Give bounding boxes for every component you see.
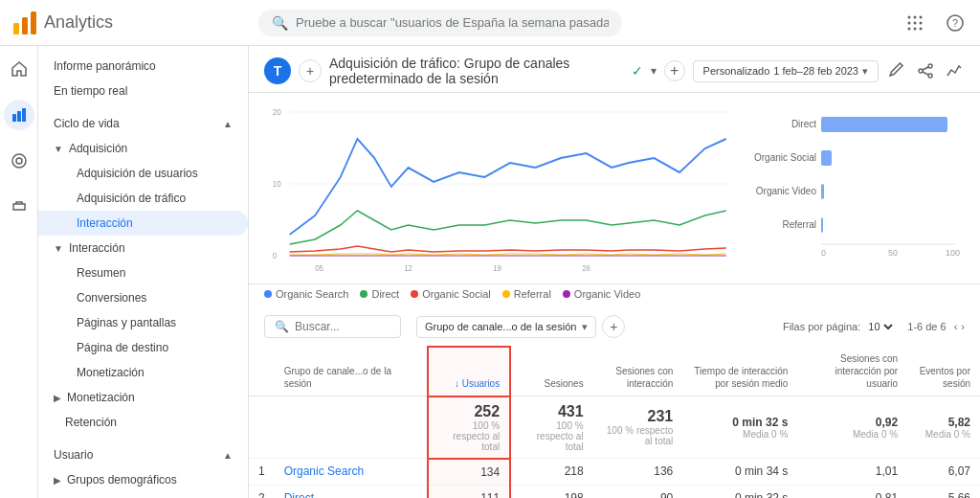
- sidebar-item-adquisicion-usuarios[interactable]: Adquisición de tráfico: [38, 186, 248, 211]
- col-header-sessions[interactable]: Sesiones: [510, 347, 592, 396]
- row-channel[interactable]: Direct: [275, 485, 428, 498]
- content: T + Adquisición de tráfico: Grupo de can…: [249, 46, 980, 498]
- totals-time-interaction: 0 min 32 s Media 0 %: [682, 396, 797, 459]
- nav-home-icon[interactable]: [4, 54, 34, 84]
- totals-sessions: 431 100 % respecto al total: [510, 396, 592, 459]
- svg-text:Referral: Referral: [782, 219, 816, 230]
- expand-icon: ▲: [223, 119, 233, 129]
- legend-item-organic-search[interactable]: Organic Search: [264, 288, 348, 300]
- search-input[interactable]: [296, 15, 609, 30]
- table-search-input[interactable]: [295, 320, 390, 333]
- totals-channel: [275, 396, 428, 459]
- channel-selector-label: Grupo de canale...o de la sesión: [425, 321, 576, 332]
- col-header-users[interactable]: ↓ Usuarios: [428, 347, 510, 396]
- help-icon[interactable]: ?: [942, 10, 969, 36]
- col-header-sessions-interaction[interactable]: Sesiones con interacción: [593, 347, 683, 396]
- sidebar-item-tecnologia[interactable]: Tecnología: [38, 492, 248, 498]
- search-container: 🔍: [258, 10, 622, 36]
- svg-rect-41: [821, 184, 824, 199]
- sidebar-item-paginas-pantallas[interactable]: Página de destino: [38, 335, 248, 360]
- apps-icon[interactable]: [902, 10, 928, 36]
- row-sessions-user: 1,01: [797, 459, 907, 486]
- svg-point-5: [919, 15, 922, 18]
- legend-item-referral[interactable]: Referral: [502, 288, 551, 300]
- svg-text:0: 0: [821, 248, 826, 258]
- app-title: Analytics: [44, 12, 113, 33]
- sidebar-item-label: Adquisición de usuarios: [77, 167, 198, 180]
- date-range-btn[interactable]: Personalizado 1 feb–28 feb 2023 ▾: [693, 60, 879, 82]
- sidebar-group-interaccion[interactable]: ▼ Interacción: [38, 236, 248, 260]
- rows-per-page-select[interactable]: 10 25 50: [864, 320, 896, 333]
- topbar: Analytics 🔍 ?: [0, 0, 980, 46]
- sidebar-item-resumen2[interactable]: Resumen: [38, 260, 248, 285]
- svg-point-21: [928, 74, 932, 78]
- left-icon-bar: [0, 46, 38, 498]
- svg-text:Direct: Direct: [791, 119, 816, 129]
- sidebar-item-pagina-destino[interactable]: Monetización: [38, 360, 248, 385]
- totals-sessions-interaction: 231 100 % respecto al total: [593, 396, 683, 459]
- nav-reports-icon[interactable]: [4, 100, 34, 130]
- dropdown-arrow-icon[interactable]: ▾: [651, 64, 657, 78]
- svg-text:20: 20: [273, 107, 281, 118]
- legend-dot-direct: [360, 290, 368, 298]
- next-page-icon[interactable]: ›: [961, 321, 965, 332]
- search-box[interactable]: 🔍: [258, 10, 622, 36]
- add-dimension-btn[interactable]: +: [602, 315, 625, 338]
- rows-per-page-label: Filas por página:: [783, 321, 860, 332]
- header-actions: ✓ ▾ + Personalizado 1 feb–28 feb 2023 ▾: [632, 60, 965, 82]
- svg-text:Organic Social: Organic Social: [754, 152, 816, 163]
- sidebar-group-ciclo-vida[interactable]: Ciclo de vida ▲: [38, 111, 248, 136]
- legend-item-organic-video[interactable]: Organic Video: [563, 288, 641, 300]
- sidebar-item-adquisicion-trafico[interactable]: Interacción: [38, 211, 248, 236]
- sidebar-item-resumen[interactable]: Adquisición de usuarios: [38, 161, 248, 186]
- table-search[interactable]: 🔍: [264, 315, 401, 338]
- svg-text:?: ?: [952, 17, 958, 29]
- col-header-events-session[interactable]: Eventos por sesión: [907, 347, 980, 396]
- sidebar-group-adquisicion[interactable]: ▼ Adquisición: [38, 136, 248, 161]
- nav-explore-icon[interactable]: [4, 146, 34, 176]
- legend-dot-organic-social: [411, 290, 418, 298]
- svg-rect-16: [22, 108, 26, 122]
- col-header-channel[interactable]: Grupo de canale...o de la sesión: [275, 347, 428, 396]
- prev-page-icon[interactable]: ‹: [954, 321, 958, 332]
- col-header-time-interaction[interactable]: Tiempo de interacción por sesión medio: [682, 347, 797, 396]
- sidebar-group-label: Usuario: [54, 448, 93, 462]
- share-icon[interactable]: [915, 60, 936, 81]
- edit-icon[interactable]: [886, 60, 907, 81]
- sidebar-group-demograficos[interactable]: ▶ Grupos demográficos: [38, 467, 248, 492]
- svg-text:50: 50: [888, 248, 898, 258]
- sidebar-group-monetizacion[interactable]: ▶ Monetización: [38, 385, 248, 410]
- channel-group-selector[interactable]: Grupo de canale...o de la sesión ▾: [416, 316, 596, 338]
- svg-text:26: 26: [582, 263, 590, 273]
- svg-text:12: 12: [404, 263, 412, 273]
- add-icon[interactable]: +: [664, 60, 685, 81]
- analytics-logo-icon: [11, 10, 38, 36]
- sidebar-group-usuario[interactable]: Usuario ▲: [38, 442, 248, 467]
- row-time-interaction: 0 min 32 s: [682, 485, 797, 498]
- sidebar-item-informe-panoramico[interactable]: Informe panorámico: [38, 54, 248, 79]
- legend-item-organic-social[interactable]: Organic Social: [411, 288, 491, 300]
- page-title: Adquisición de tráfico: Grupo de canales…: [329, 56, 624, 86]
- row-channel[interactable]: Organic Search: [275, 459, 428, 486]
- sidebar-item-label: Interacción: [69, 241, 125, 255]
- sidebar-item-eventos[interactable]: Conversiones: [38, 285, 248, 310]
- expand-icon-interaccion: ▼: [54, 243, 63, 254]
- legend-item-direct[interactable]: Direct: [360, 288, 399, 300]
- svg-text:100: 100: [946, 248, 960, 258]
- totals-users-sub: 100 % respecto al total: [438, 420, 500, 452]
- table-row: 2 Direct 111 198 90 0 min 32 s 0,81 5,66: [249, 485, 980, 498]
- legend-label-organic-video: Organic Video: [574, 288, 641, 300]
- totals-users: 252 100 % respecto al total: [428, 396, 510, 459]
- sidebar-item-label: Conversiones: [77, 291, 146, 305]
- chart-type-icon[interactable]: [944, 60, 965, 81]
- nav-advertising-icon[interactable]: [4, 192, 34, 222]
- sort-icon: ↓: [455, 378, 462, 389]
- row-sessions: 198: [510, 485, 592, 498]
- col-header-sessions-user-label: Sesiones con interacción por usuario: [835, 353, 899, 389]
- sidebar-item-en-tiempo-real[interactable]: En tiempo real: [38, 79, 248, 103]
- sidebar-item-retencion[interactable]: Retención: [38, 410, 248, 435]
- add-comparison-btn[interactable]: +: [299, 59, 322, 82]
- svg-point-20: [919, 69, 923, 73]
- sidebar-item-conversiones[interactable]: Páginas y pantallas: [38, 310, 248, 335]
- col-header-sessions-user[interactable]: Sesiones con interacción por usuario: [797, 347, 907, 396]
